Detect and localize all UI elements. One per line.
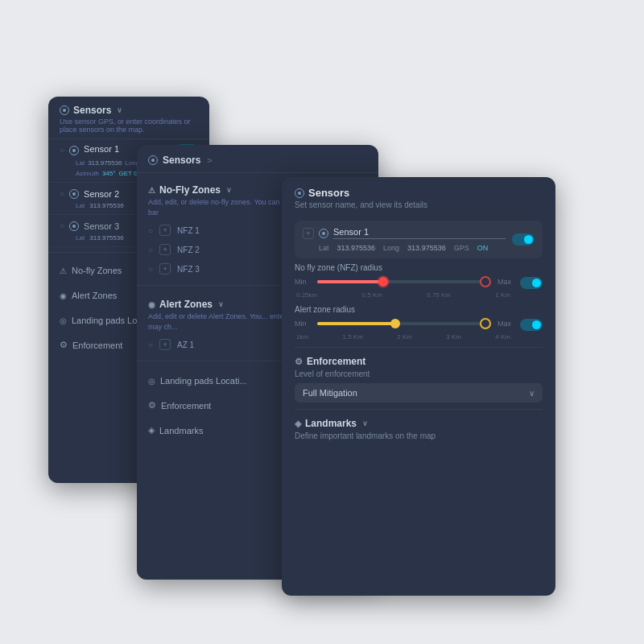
lat-val-3: 313.975536: [89, 234, 123, 242]
nfz-eye-2: ○: [148, 246, 153, 254]
p3-dropdown-arrow: [529, 389, 535, 398]
nfz-name-3: NFZ 3: [177, 265, 200, 274]
nfz-plus-2[interactable]: +: [159, 244, 171, 255]
nfz-label: No-fly Zones: [72, 266, 122, 275]
sensor-icon: [60, 105, 69, 115]
p3-alert-title: Alert zone radius: [295, 305, 543, 314]
p3-lat-val: 313.975536: [337, 244, 376, 252]
p3-alert-track[interactable]: [317, 322, 491, 325]
p3-enforcement: Enforcement Level of enforcement Full Mi…: [295, 347, 543, 402]
nfz-eye-3: ○: [148, 265, 153, 274]
p3-nfz-min: Min: [295, 278, 311, 286]
p3-sensor-icon-detail: [319, 229, 328, 238]
p2-alert-icon: [148, 299, 155, 310]
p3-nfz-title: No fly zone (NFZ) radius: [295, 263, 543, 272]
p2-landmark-icon: [148, 425, 155, 436]
eye-icon-2: ○: [60, 189, 64, 198]
p2-landing-icon: [148, 376, 155, 386]
landing-icon: [60, 316, 67, 325]
p3-landmarks-subtitle: Define important landmarks on the map: [295, 431, 543, 440]
nfz-icon: [60, 266, 67, 275]
nfz-plus-1[interactable]: +: [159, 225, 171, 236]
alert-label: Alert Zones: [72, 291, 117, 300]
p3-sensor-name-container: Sensor 1: [333, 227, 506, 239]
eye-icon-1: ○: [60, 146, 64, 155]
p2-landmark-label: Landmarks: [159, 426, 203, 436]
p3-sensor-toggle[interactable]: [512, 233, 535, 246]
azimuth-label-1: Azimuth: [76, 170, 99, 177]
p2-nfz-icon: [148, 184, 155, 196]
p2-sensors-label: Sensors: [163, 155, 200, 166]
nfz-eye-1: ○: [148, 226, 153, 235]
sensor-icon-1: [69, 146, 79, 155]
p3-alert-ticks: 1km 1.5 Km 2 Km 3 Km 4 Km: [295, 333, 543, 341]
p3-alert-slider-section: Alert zone radius Min Max 1km 1.5 Km 2 K…: [295, 305, 543, 341]
lat-label-2: Lat: [76, 202, 85, 209]
p2-sensors-arrow: >: [207, 155, 212, 165]
p3-expand-icon[interactable]: +: [303, 228, 314, 239]
p3-lat-label: Lat: [319, 244, 329, 252]
enforce-icon: [60, 340, 68, 350]
p3-sensor-name: Sensor 1: [333, 227, 506, 239]
az-eye-1: ○: [148, 341, 153, 349]
p3-nfz-fill: [317, 280, 383, 283]
panel-detail: Sensors Set sensor name, and view its de…: [282, 177, 555, 596]
p2-enforce-label: Enforcement: [161, 401, 211, 411]
p3-enforce-value: Full Mitigation: [303, 388, 357, 398]
p3-gps-label: GPS: [454, 244, 469, 252]
p3-enforce-title: Enforcement: [295, 356, 543, 367]
p3-nfz-thumb[interactable]: [378, 277, 388, 287]
panel1-header: Sensors ∨ Use sensor GPS, or enter coord…: [48, 97, 209, 139]
p3-gps-val: ON: [477, 244, 489, 252]
lat-label-1: Lat: [76, 159, 85, 167]
panel1-title: Sensors ∨: [60, 105, 198, 116]
p3-long-val: 313.975536: [407, 244, 446, 252]
enforce-label: Enforcement: [72, 341, 122, 350]
p3-enforce-subtitle: Level of enforcement: [295, 369, 543, 378]
p3-alert-min: Min: [295, 320, 311, 328]
lat-val-2: 313.975536: [89, 202, 123, 209]
p3-alert-max: Max: [497, 320, 514, 328]
p3-nfz-track[interactable]: [317, 280, 491, 283]
p3-alert-toggle[interactable]: [520, 319, 543, 331]
p3-alert-fill: [317, 322, 395, 325]
sensor-icon-3: [69, 221, 79, 231]
p3-sensors-title: Sensors: [295, 187, 543, 199]
p3-enforce-icon: [295, 356, 303, 367]
p3-nfz-slider-section: No fly zone (NFZ) radius Min Max 0.25km …: [295, 263, 543, 299]
p2-sensor-icon: [148, 155, 158, 165]
p3-long-label: Long: [383, 244, 399, 252]
azimuth-val-1: 345°: [102, 170, 116, 177]
p2-sensors-header[interactable]: Sensors >: [137, 145, 378, 173]
p3-sensors-subtitle: Set sensor name, and view its details: [295, 200, 543, 209]
p2-enforce-icon: [148, 400, 156, 411]
p3-alert-target[interactable]: [480, 318, 491, 329]
alert-icon: [60, 291, 67, 300]
eye-icon-3: ○: [60, 221, 64, 230]
p3-enforce-dropdown[interactable]: Full Mitigation: [295, 383, 543, 402]
lat-val-1: 313.975536: [88, 159, 122, 167]
p3-sensor-icon: [295, 188, 304, 198]
az-name-1: AZ 1: [177, 341, 194, 349]
p3-nfz-max: Max: [497, 278, 514, 286]
nfz-name-2: NFZ 2: [177, 246, 200, 254]
p3-nfz-target[interactable]: [480, 276, 491, 287]
p3-landmark-icon: [295, 418, 301, 429]
az-plus-1[interactable]: +: [159, 339, 171, 350]
lat-label-3: Lat: [76, 234, 85, 242]
p3-nfz-ticks: 0.25km 0.5 Km 0.75 Km 1 Km: [295, 291, 543, 299]
p3-sensor-card: + Sensor 1 Lat 313.975536 Long 313.97553…: [295, 221, 543, 258]
nfz-name-1: NFZ 1: [177, 226, 200, 235]
scene: Sensors ∨ Use sensor GPS, or enter coord…: [32, 48, 612, 596]
p3-landmarks: Landmarks ∨ Define important landmarks o…: [295, 409, 543, 440]
p3-nfz-toggle[interactable]: [520, 277, 543, 289]
p3-header: Sensors Set sensor name, and view its de…: [282, 177, 555, 216]
p3-landmarks-title: Landmarks ∨: [295, 418, 543, 429]
p2-landing-label: Landing pads Locati...: [160, 376, 247, 386]
p3-alert-thumb[interactable]: [390, 319, 400, 328]
panel1-subtitle: Use sensor GPS, or enter coordinates or …: [60, 118, 198, 134]
nfz-plus-3[interactable]: +: [159, 263, 171, 275]
sensor-icon-2: [69, 189, 79, 199]
